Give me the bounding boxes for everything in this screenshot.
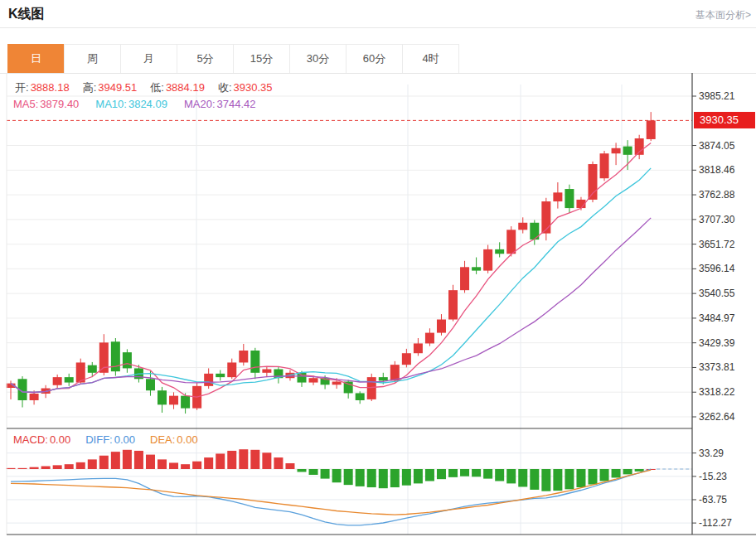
page-title: K线图 — [8, 6, 45, 23]
svg-text:33.29: 33.29 — [699, 448, 724, 459]
tab-月[interactable]: 月 — [120, 44, 177, 74]
tab-15分[interactable]: 15分 — [233, 44, 290, 74]
fundamental-analysis-link[interactable]: 基本面分析> — [695, 8, 751, 22]
ma-readout: MA5:3879.40MA10:3824.09MA20:3744.42 — [13, 98, 256, 110]
svg-text:3818.46: 3818.46 — [699, 164, 735, 176]
svg-text:3262.64: 3262.64 — [699, 411, 735, 423]
svg-text:3429.39: 3429.39 — [699, 337, 735, 349]
readout-item: 收:3930.35 — [218, 80, 273, 95]
svg-text:-15.23: -15.23 — [699, 471, 727, 482]
tab-日[interactable]: 日 — [7, 44, 65, 74]
svg-text:3540.55: 3540.55 — [699, 288, 735, 299]
readout-item: 低:3884.19 — [150, 80, 205, 95]
svg-text:-63.75: -63.75 — [699, 494, 727, 506]
readout-item: DEA:0.00 — [150, 433, 198, 446]
svg-text:3985.21: 3985.21 — [699, 90, 735, 102]
candlestick-macd-chart: 3985.213874.053818.463762.883707.303651.… — [0, 73, 756, 537]
macd-readout: MACD:0.00DIFF:0.00DEA:0.00 — [13, 433, 198, 446]
header-divider — [0, 27, 756, 28]
tab-30分[interactable]: 30分 — [289, 44, 346, 74]
current-price-tag: 3930.35 — [694, 112, 755, 128]
svg-text:3874.05: 3874.05 — [699, 140, 735, 152]
kline-page: K线图 基本面分析> 日周月5分15分30分60分4时 3985.213874.… — [0, 0, 756, 537]
svg-text:3484.97: 3484.97 — [699, 312, 735, 324]
interval-tabbar: 日周月5分15分30分60分4时 — [8, 44, 459, 74]
readout-item: MACD:0.00 — [13, 433, 70, 446]
svg-text:3318.22: 3318.22 — [699, 386, 735, 398]
readout-item: MA5:3879.40 — [13, 98, 79, 110]
svg-text:3596.14: 3596.14 — [699, 263, 735, 274]
svg-text:3762.88: 3762.88 — [699, 189, 735, 201]
readout-item: 开:3888.18 — [15, 80, 70, 95]
svg-text:3373.81: 3373.81 — [699, 361, 735, 373]
svg-text:3651.72: 3651.72 — [699, 239, 735, 250]
readout-item: MA10:3824.09 — [95, 98, 167, 110]
readout-item: 高:3949.51 — [83, 80, 138, 95]
ohlc-readout: 开:3888.18高:3949.51低:3884.19收:3930.35 — [15, 80, 273, 95]
readout-item: DIFF:0.00 — [85, 433, 135, 446]
readout-item: MA20:3744.42 — [184, 98, 256, 110]
tab-周[interactable]: 周 — [64, 44, 121, 74]
svg-text:3707.30: 3707.30 — [699, 214, 735, 225]
tab-4时[interactable]: 4时 — [402, 44, 459, 74]
tab-60分[interactable]: 60分 — [346, 44, 403, 74]
tab-5分[interactable]: 5分 — [177, 44, 234, 74]
svg-text:-112.27: -112.27 — [699, 517, 732, 529]
